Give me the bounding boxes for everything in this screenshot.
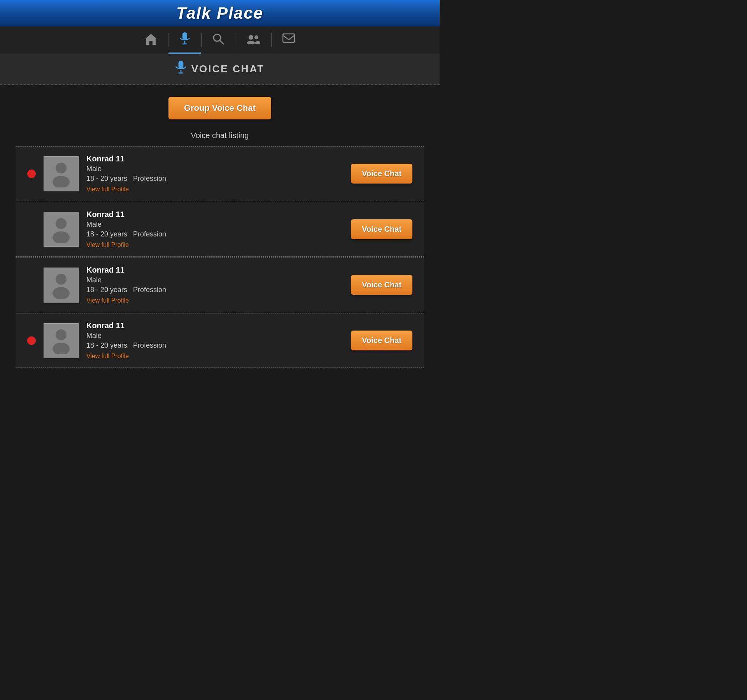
main-content: Group Voice Chat Voice chat listing Konr… bbox=[0, 85, 440, 380]
page-title-microphone-icon bbox=[175, 61, 187, 77]
user-gender-4: Male bbox=[86, 332, 343, 340]
svg-point-8 bbox=[254, 35, 258, 39]
user-card-2: Konrad 11 Male 18 - 20 years Profession … bbox=[16, 202, 424, 257]
page-title: VOICE CHAT bbox=[191, 63, 265, 75]
user-meta-1: 18 - 20 years Profession bbox=[86, 175, 343, 183]
view-profile-link-4[interactable]: View full Profile bbox=[86, 353, 129, 359]
search-icon bbox=[212, 33, 224, 47]
user-gender-3: Male bbox=[86, 276, 343, 284]
header-bar: Talk Place bbox=[0, 0, 440, 26]
svg-line-5 bbox=[220, 40, 223, 44]
svg-point-17 bbox=[53, 231, 70, 243]
offline-indicator-2 bbox=[27, 225, 36, 234]
messages-icon bbox=[282, 33, 295, 47]
svg-point-6 bbox=[249, 35, 253, 40]
voice-chat-button-4[interactable]: Voice Chat bbox=[351, 331, 412, 350]
svg-point-21 bbox=[53, 343, 70, 354]
user-name-1: Konrad 11 bbox=[86, 154, 343, 163]
home-icon bbox=[145, 33, 157, 47]
group-voice-chat-button[interactable]: Group Voice Chat bbox=[168, 97, 271, 119]
view-profile-link-1[interactable]: View full Profile bbox=[86, 186, 129, 192]
offline-indicator-3 bbox=[27, 281, 36, 289]
svg-point-14 bbox=[56, 163, 67, 173]
svg-point-18 bbox=[56, 274, 67, 285]
voice-chat-button-1[interactable]: Voice Chat bbox=[351, 164, 412, 184]
user-meta-4: 18 - 20 years Profession bbox=[86, 341, 343, 350]
svg-point-20 bbox=[56, 329, 67, 340]
avatar-3 bbox=[44, 268, 79, 303]
user-card-4: Konrad 11 Male 18 - 20 years Profession … bbox=[16, 313, 424, 368]
user-info-2: Konrad 11 Male 18 - 20 years Profession … bbox=[86, 210, 343, 248]
online-indicator-4 bbox=[27, 336, 36, 345]
view-profile-link-2[interactable]: View full Profile bbox=[86, 242, 129, 248]
user-card-3: Konrad 11 Male 18 - 20 years Profession … bbox=[16, 257, 424, 312]
user-meta-3: 18 - 20 years Profession bbox=[86, 286, 343, 294]
voice-chat-button-3[interactable]: Voice Chat bbox=[351, 275, 412, 295]
voice-chat-button-2[interactable]: Voice Chat bbox=[351, 219, 412, 239]
svg-point-15 bbox=[53, 176, 70, 187]
user-gender-2: Male bbox=[86, 220, 343, 229]
user-meta-2: 18 - 20 years Profession bbox=[86, 230, 343, 238]
user-list: Konrad 11 Male 18 - 20 years Profession … bbox=[16, 146, 424, 368]
user-info-1: Konrad 11 Male 18 - 20 years Profession … bbox=[86, 154, 343, 193]
svg-rect-11 bbox=[178, 61, 183, 69]
logo: Talk Place bbox=[176, 4, 263, 23]
user-card-1: Konrad 11 Male 18 - 20 years Profession … bbox=[16, 146, 424, 201]
avatar-4 bbox=[44, 323, 79, 358]
user-name-2: Konrad 11 bbox=[86, 210, 343, 219]
svg-rect-1 bbox=[182, 32, 187, 40]
user-name-3: Konrad 11 bbox=[86, 266, 343, 275]
nav-item-messages[interactable] bbox=[272, 26, 306, 54]
nav-item-search[interactable] bbox=[202, 26, 235, 54]
svg-point-16 bbox=[56, 218, 67, 229]
user-info-3: Konrad 11 Male 18 - 20 years Profession … bbox=[86, 266, 343, 304]
svg-rect-10 bbox=[283, 34, 295, 42]
microphone-icon bbox=[179, 32, 190, 48]
group-btn-container: Group Voice Chat bbox=[16, 97, 424, 119]
user-gender-1: Male bbox=[86, 165, 343, 173]
page-title-section: VOICE CHAT bbox=[0, 54, 440, 85]
avatar-2 bbox=[44, 212, 79, 247]
avatar-1 bbox=[44, 156, 79, 191]
svg-point-7 bbox=[247, 41, 255, 44]
listing-label: Voice chat listing bbox=[16, 131, 424, 140]
view-profile-link-3[interactable]: View full Profile bbox=[86, 297, 129, 304]
nav-item-microphone[interactable] bbox=[168, 26, 201, 54]
svg-point-9 bbox=[255, 41, 260, 44]
online-indicator-1 bbox=[27, 170, 36, 178]
user-info-4: Konrad 11 Male 18 - 20 years Profession … bbox=[86, 321, 343, 360]
svg-point-19 bbox=[53, 287, 70, 299]
nav-item-home[interactable] bbox=[134, 26, 168, 54]
nav-bar bbox=[0, 26, 440, 54]
svg-marker-0 bbox=[145, 34, 157, 45]
group-icon bbox=[246, 33, 260, 47]
user-name-4: Konrad 11 bbox=[86, 321, 343, 330]
nav-item-group[interactable] bbox=[235, 26, 271, 54]
